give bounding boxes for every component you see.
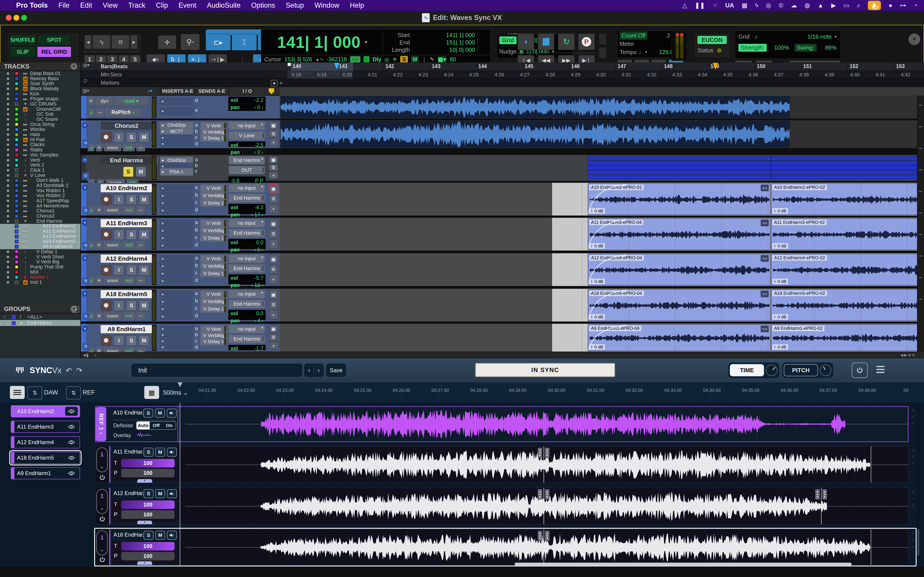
send-slot-V Verb[interactable]: V Verb	[200, 290, 227, 298]
bar-label-148[interactable]: 148	[664, 63, 672, 69]
mute-button[interactable]: M	[139, 300, 149, 311]
input-monitor-track-button[interactable]: I	[114, 335, 124, 346]
clip-lane[interactable]: A9 EndHarm1-ePRO-04∿+⊦ 0 dBA9 EndHarm1-e…	[280, 324, 924, 352]
tempo-label[interactable]: Tempo	[620, 48, 636, 56]
menu-audiosuite[interactable]: AudioSuite	[207, 2, 241, 10]
track-window-button[interactable]: ▣	[269, 325, 278, 333]
asterisk-icon[interactable]: ✳	[393, 56, 397, 63]
track-list-item[interactable]: ▸▸ FInger snaps	[0, 96, 81, 102]
quantize-grid-value[interactable]: 1/16 note	[758, 33, 832, 40]
plugin-menu-icon[interactable]	[876, 366, 885, 373]
view-wave-chip[interactable]: wave	[104, 312, 121, 320]
insert-slot[interactable]	[160, 326, 193, 332]
ua-status-text[interactable]: UA	[725, 2, 734, 9]
track-list-item[interactable]: ▼ GC DRUMS	[0, 102, 81, 106]
track-color-chip[interactable]	[15, 133, 18, 137]
record-arm-button[interactable]	[101, 194, 111, 205]
track-color-chip[interactable]	[15, 77, 18, 81]
pencil-small-icon[interactable]: ✎	[430, 56, 435, 63]
clip-gain-label[interactable]: ⊦ 0 dB	[772, 243, 788, 249]
clip-lane[interactable]: A11 EndHarm3-ePRO-04∿+⊦ 0 dBA11 EndHarm3…	[280, 218, 924, 251]
plugin-horizontal-scrollbar[interactable]	[515, 562, 851, 566]
plugin-time-label[interactable]: 04:22.00	[234, 388, 258, 393]
track-dot[interactable]	[7, 210, 9, 212]
toolbar-menu-button[interactable]: ▼	[908, 34, 920, 45]
track-name[interactable]: A3 DontWalk 2	[36, 183, 68, 189]
io-output[interactable]: End Harrms	[229, 300, 265, 308]
audio-clip[interactable]: A11 EndHarm3-ePRO-02∿+⊦ 0 dB	[771, 218, 924, 250]
edit-vertical-scrollbar[interactable]	[917, 96, 924, 352]
end-value[interactable]: 151| 1| 000	[410, 39, 475, 46]
track-name[interactable]: Vox Riddim 1	[36, 188, 65, 193]
insert-slot[interactable]	[160, 97, 193, 106]
repitch-chip[interactable]: RePitch▪	[105, 108, 141, 116]
inserts-header[interactable]: INSERTS A-E	[162, 88, 193, 94]
preset-field[interactable]: Init	[131, 364, 302, 377]
minsec-label-4:38[interactable]: 4:38	[799, 72, 809, 78]
track-color-chip[interactable]	[15, 113, 18, 116]
track-name[interactable]: V Delay 1	[36, 249, 57, 255]
track-name[interactable]: Verb 2	[30, 162, 44, 168]
track-list-item[interactable]: ▸▸ A10 EndHarm2	[0, 224, 81, 229]
speaker-button[interactable]	[167, 531, 177, 540]
menu-event[interactable]: Event	[178, 2, 196, 10]
track-list-item[interactable]: ш Block Melody	[0, 86, 81, 91]
track-name[interactable]: Pump That Shit	[30, 264, 63, 270]
view-wave-chip[interactable]: wave	[104, 241, 121, 249]
zoom-in-arrow-button[interactable]: ▶	[130, 35, 137, 49]
track-name[interactable]: MIX	[30, 269, 39, 275]
clip-lane[interactable]: A12 EndHarm4-ePRO-04∿+⊦ 0 dBA12 EndHarm4…	[280, 253, 924, 287]
insert-slot[interactable]	[160, 277, 193, 284]
track-dot[interactable]	[7, 93, 9, 95]
elastic-audio-icon[interactable]: ∿∿	[350, 56, 360, 63]
menu-file[interactable]: File	[58, 2, 69, 10]
send-slot-V VerbBig[interactable]: V VerbBig	[200, 192, 227, 199]
time-knob[interactable]	[766, 364, 777, 376]
track-list-item[interactable]: ↓ V Verb Big	[0, 259, 81, 264]
edit-bottom-bar[interactable]: ◀❚⤓◀ ▶ ⊕ ⊖	[81, 352, 924, 358]
track-name[interactable]: Clacks	[30, 142, 45, 148]
clip-split-handle[interactable]	[545, 531, 549, 541]
main-counter[interactable]: 141| 1| 000	[277, 33, 361, 52]
track-dot[interactable]	[7, 118, 9, 121]
track-name[interactable]: V Love	[30, 172, 45, 178]
track-list-item[interactable]: ▸▸ Wocka	[0, 127, 81, 132]
meter-label[interactable]: Meter	[620, 40, 634, 48]
track-color-chip[interactable]	[15, 118, 18, 121]
bar-label-150[interactable]: 150	[757, 63, 766, 69]
track-list-item[interactable]: ▼ End Harrms	[0, 219, 81, 224]
record-arm-button[interactable]	[101, 229, 111, 240]
track-color-chip[interactable]	[15, 153, 18, 157]
group-name[interactable]: <ALL>	[27, 314, 42, 320]
bar-label-141[interactable]: 141	[339, 63, 347, 69]
plugin-time-label[interactable]: 04:25.00	[351, 388, 375, 393]
track-disclosure-icon[interactable]: ▼	[82, 185, 88, 191]
track-name[interactable]: Wocka	[30, 127, 45, 132]
mute-button[interactable]: M	[155, 409, 165, 417]
time-slider[interactable]: 100	[121, 459, 174, 467]
minsec-label-4:23[interactable]: 4:23	[418, 72, 428, 78]
denoise-auto[interactable]: Auto	[137, 422, 150, 429]
time-slider[interactable]: 100	[121, 500, 174, 509]
view-wave-chip[interactable]: wave	[104, 206, 121, 214]
eye-icon[interactable]	[65, 422, 78, 431]
count-off-label[interactable]: Count Off	[620, 31, 648, 40]
track-name[interactable]: A11 EndHarm3	[43, 229, 75, 234]
card-expand-tab[interactable]: ▼	[137, 561, 152, 565]
track-dot[interactable]	[7, 108, 9, 110]
io-input[interactable]: no input	[229, 219, 265, 227]
input-monitor-track-button[interactable]: I	[114, 300, 124, 311]
track-dot[interactable]	[7, 143, 9, 146]
menu-edit[interactable]: Edit	[80, 2, 92, 10]
plugin-track-chip[interactable]: A18 EndHarm5	[11, 452, 80, 464]
track-name[interactable]: Inst 1	[30, 279, 42, 285]
minsec-label-4:18[interactable]: 4:18	[291, 72, 301, 78]
display-icon[interactable]: ❚❚	[695, 2, 705, 9]
track-dot[interactable]	[7, 256, 9, 258]
track-name[interactable]: Chorus1	[36, 208, 55, 214]
plugin-timeline-ruler[interactable]: 04:21.0004:22.0004:23.0004:24.0004:25.00…	[0, 382, 924, 403]
elastic-plugin-chip[interactable]: 〰	[136, 347, 145, 352]
clip-split-handle[interactable]	[538, 489, 542, 500]
track-color-chip[interactable]	[15, 107, 18, 111]
track-color-chip[interactable]	[15, 97, 18, 101]
